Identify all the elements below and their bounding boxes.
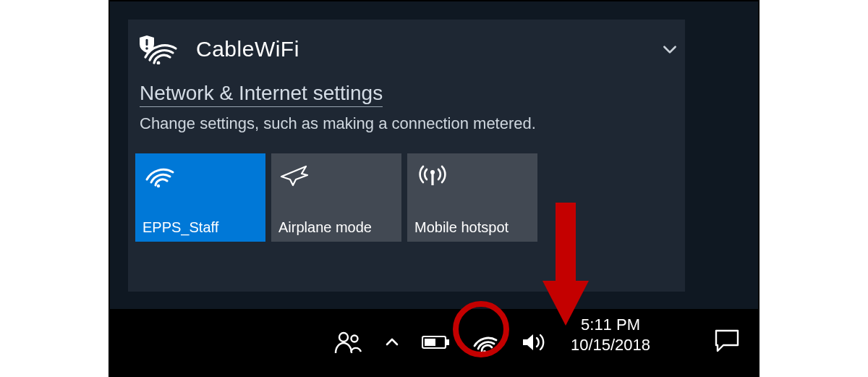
screenshot-frame: CableWiFi Network & Internet settings Ch… (109, 0, 760, 377)
battery-icon[interactable] (421, 327, 451, 357)
svg-rect-10 (425, 339, 435, 346)
network-name: CableWiFi (196, 37, 299, 62)
svg-point-3 (157, 185, 160, 187)
mobile-hotspot-tile[interactable]: Mobile hotspot (407, 153, 537, 242)
taskbar: 5:11 PM 10/15/2018 (110, 309, 758, 376)
network-flyout: CableWiFi Network & Internet settings Ch… (128, 20, 685, 292)
svg-point-7 (352, 336, 358, 342)
wifi-icon (144, 162, 176, 188)
svg-point-5 (430, 170, 435, 174)
taskbar-date: 10/15/2018 (553, 335, 668, 355)
people-icon[interactable] (333, 327, 363, 357)
airplane-icon (280, 162, 309, 187)
svg-point-11 (483, 350, 486, 353)
svg-rect-1 (146, 39, 148, 46)
taskbar-clock[interactable]: 5:11 PM 10/15/2018 (553, 315, 668, 355)
wifi-tile-label: EPPS_Staff (142, 219, 258, 236)
svg-point-6 (339, 333, 348, 342)
network-list-item[interactable]: CableWiFi (128, 20, 685, 82)
airplane-mode-tile[interactable]: Airplane mode (271, 153, 401, 242)
wifi-tile[interactable]: EPPS_Staff (135, 153, 265, 242)
wifi-tray-icon[interactable] (470, 327, 501, 357)
taskbar-time: 5:11 PM (553, 315, 668, 335)
action-center-icon[interactable] (713, 328, 741, 354)
network-settings-link[interactable]: Network & Internet settings (140, 82, 383, 107)
airplane-tile-label: Airplane mode (278, 219, 394, 236)
tray-expand-chevron-icon[interactable] (382, 327, 402, 357)
network-settings-caption: Change settings, such as making a connec… (140, 114, 673, 133)
hotspot-tile-label: Mobile hotspot (414, 219, 530, 236)
network-settings-section: Network & Internet settings Change setti… (128, 82, 685, 143)
quick-action-tiles: EPPS_Staff Airplane mode (128, 143, 685, 249)
volume-icon[interactable] (519, 327, 550, 357)
svg-point-0 (157, 62, 161, 64)
wifi-open-warning-icon (140, 34, 180, 64)
chevron-down-icon[interactable] (660, 40, 679, 59)
system-tray (333, 309, 550, 376)
svg-rect-9 (446, 339, 449, 345)
hotspot-icon (416, 162, 449, 187)
svg-point-2 (145, 47, 148, 50)
